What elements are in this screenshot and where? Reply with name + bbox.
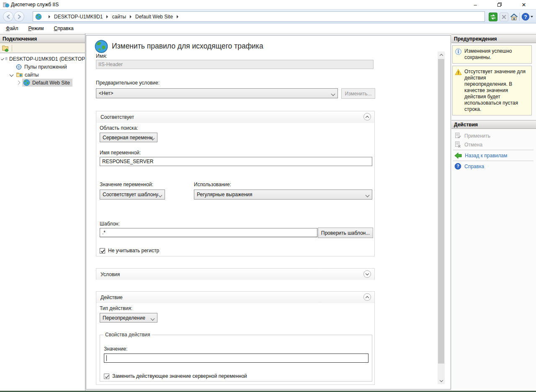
help-link[interactable]: Справка — [451, 162, 536, 171]
precondition-label: Предварительное условие: — [96, 80, 160, 86]
menu-view[interactable]: Режим — [28, 26, 44, 31]
name-value: IIS-Header — [98, 61, 123, 67]
pattern-input[interactable]: .* — [100, 228, 317, 237]
help-button[interactable] — [521, 12, 530, 21]
scroll-up-button[interactable] — [438, 51, 445, 59]
scrollbar-thumb[interactable] — [438, 59, 444, 364]
save-connection-icon[interactable] — [2, 44, 9, 52]
globe-icon — [35, 13, 42, 20]
vertical-scrollbar[interactable] — [438, 51, 445, 384]
title-bar: Диспетчер служб IIS – ✕ — [0, 0, 536, 9]
app-icon — [3, 2, 9, 8]
scroll-down-button[interactable] — [438, 377, 445, 384]
scope-value: Серверная переменн — [103, 135, 152, 141]
collapsed-chevron-icon[interactable] — [16, 81, 21, 85]
minimize-button[interactable]: – — [463, 0, 487, 9]
using-value: Регулярные выражения — [197, 192, 253, 197]
warning-icon — [455, 69, 462, 76]
tree-item-default-web-site[interactable]: Default Web Site — [0, 79, 85, 87]
refresh-button[interactable] — [488, 12, 497, 21]
breadcrumb[interactable]: DESKTOP-U1MK9D1 сайты Default Web Site — [33, 11, 485, 22]
alert-info: Изменения успешно сохранены. — [452, 45, 532, 64]
using-select[interactable]: Регулярные выражения — [194, 190, 372, 200]
variable-value-value: Соответствует шаблону — [103, 192, 158, 197]
tree-item-sites[interactable]: сайты — [0, 71, 85, 79]
alerts-header-label: Предупреждения — [454, 36, 497, 42]
precondition-edit-button: Изменить... — [341, 88, 375, 99]
action-section: Действие Тип действия: Переопределение С… — [96, 291, 375, 385]
replace-row: Заменить действующее значение серверной … — [104, 373, 247, 379]
restore-icon — [497, 2, 502, 7]
forward-button[interactable] — [14, 11, 24, 22]
pattern-value: .* — [102, 230, 106, 236]
tree-item-label: сайты — [25, 72, 39, 78]
breadcrumb-default-web-site[interactable]: Default Web Site — [135, 14, 173, 20]
precondition-select[interactable]: <Нет> — [96, 88, 338, 98]
breadcrumb-sites[interactable]: сайты — [112, 14, 126, 20]
connections-header: Подключения — [0, 34, 85, 43]
name-input: IIS-Header — [96, 60, 374, 69]
close-icon: ✕ — [522, 2, 526, 8]
divider — [453, 161, 533, 161]
tree-item-app-pools[interactable]: Пулы приложений — [0, 63, 85, 71]
precondition-value: <Нет> — [99, 90, 113, 96]
connections-panel: Подключения DESKTOP-U1MK9D1 (DESKTOP Пул… — [0, 33, 85, 391]
collapse-button[interactable] — [363, 293, 371, 301]
close-button[interactable]: ✕ — [512, 0, 536, 9]
match-section-header: Соответствует — [96, 111, 374, 123]
expanded-chevron-icon[interactable] — [1, 57, 4, 61]
variable-name-label: Имя переменной: — [100, 150, 141, 156]
actions-header: Действия — [451, 120, 536, 129]
edit-button-label: Изменить... — [345, 91, 371, 97]
test-pattern-button[interactable]: Проверить шаблон... — [318, 228, 373, 238]
variable-value-select[interactable]: Соответствует шаблону — [100, 190, 165, 200]
forward-arrow-icon — [16, 13, 23, 20]
breadcrumb-server[interactable]: DESKTOP-U1MK9D1 — [54, 14, 103, 20]
test-pattern-button-label: Проверить шаблон... — [321, 230, 370, 236]
action-properties-legend: Свойства действия — [103, 332, 152, 338]
action-type-select[interactable]: Переопределение — [100, 313, 157, 323]
tree-item-server[interactable]: DESKTOP-U1MK9D1 (DESKTOP — [0, 55, 85, 63]
variable-name-input[interactable]: RESPONSE_SERVER — [100, 157, 372, 166]
minimize-icon: – — [474, 2, 477, 8]
restore-button[interactable] — [487, 0, 512, 9]
expanded-chevron-icon[interactable] — [10, 73, 14, 77]
scope-select[interactable]: Серверная переменн — [100, 133, 157, 142]
home-icon — [510, 13, 518, 21]
expand-button[interactable] — [363, 270, 371, 278]
back-to-rules-link[interactable]: Назад к правилам — [451, 151, 536, 160]
chevron-up-icon — [366, 115, 369, 119]
toolbar-divider — [519, 13, 520, 21]
match-section-title: Соответствует — [100, 114, 134, 120]
name-label: Имя: — [96, 53, 107, 59]
replace-checkbox[interactable] — [104, 374, 109, 379]
collapse-button[interactable] — [363, 113, 371, 120]
using-label: Использование: — [194, 182, 231, 187]
ignore-case-checkbox[interactable] — [100, 248, 105, 254]
apply-icon — [454, 132, 461, 139]
menu-file[interactable]: Файл — [6, 26, 18, 31]
cancel-label: Отмена — [464, 142, 482, 148]
ignore-case-label: Не учитывать регистр — [108, 248, 159, 254]
back-green-arrow-icon — [454, 152, 462, 159]
page-title: Изменить правило для исходящего трафика — [112, 42, 263, 51]
chevron-right-icon — [130, 15, 131, 18]
selected-tree-item[interactable]: Default Web Site — [22, 79, 72, 87]
page-globe-icon — [94, 39, 108, 54]
help-dropdown-caret-icon[interactable] — [531, 16, 533, 18]
stop-icon — [500, 13, 508, 21]
action-section-header: Действие — [96, 292, 374, 303]
connections-header-label: Подключения — [3, 36, 37, 42]
ignore-case-row: Не учитывать регистр — [100, 248, 159, 254]
value-input[interactable] — [104, 354, 368, 363]
back-button[interactable] — [3, 11, 13, 22]
chevron-right-icon — [177, 15, 178, 18]
home-button[interactable] — [509, 12, 518, 21]
chevron-right-icon — [49, 15, 50, 18]
menu-help[interactable]: Справка — [54, 26, 74, 31]
chevron-right-icon — [106, 15, 108, 18]
chevron-down-icon — [331, 92, 335, 96]
back-to-rules-label: Назад к правилам — [465, 153, 507, 159]
action-properties-group: Свойства действия Значение: Заменить дей… — [100, 332, 372, 382]
text-caret — [106, 355, 107, 361]
